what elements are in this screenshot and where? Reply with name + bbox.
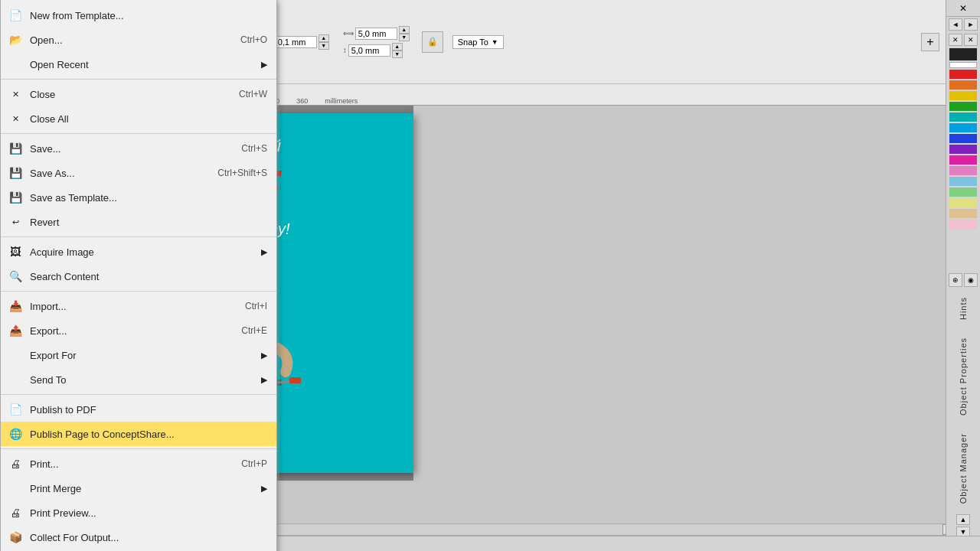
nudge-down[interactable]: ▼ (318, 42, 329, 50)
swatch-teal[interactable] (949, 112, 977, 122)
export-shortcut: Ctrl+E (241, 325, 267, 336)
swatch-yellow[interactable] (949, 91, 977, 100)
file-menu: 📄 New from Template... 📂 Open... Ctrl+O … (0, 0, 277, 551)
open-recent-icon (7, 56, 24, 73)
hints-icons: ✕ ✕ (946, 32, 980, 47)
send-to-icon (7, 371, 24, 388)
print-label: Print... (30, 458, 226, 470)
right-panel: ✕ ◄ ► ✕ ✕ ⊕ ◉ Hints Object (946, 0, 980, 551)
nudge-up[interactable]: ▲ (318, 34, 329, 42)
revert-label: Revert (30, 217, 267, 228)
publish-page-icon: 🌐 (7, 425, 24, 442)
menu-item-new-from-template[interactable]: 📄 New from Template... (1, 3, 276, 28)
collect-for-output-label: Collect For Output... (30, 532, 267, 543)
menu-item-send-to[interactable]: Send To ▶ (1, 367, 276, 392)
swatch-orange[interactable] (949, 80, 977, 90)
swatch-black[interactable] (949, 48, 977, 60)
snap-to-label: Snap To (458, 37, 488, 47)
swatch-white[interactable] (949, 62, 977, 68)
menu-item-export-for[interactable]: Export For ▶ (1, 343, 276, 367)
menu-item-open[interactable]: 📂 Open... Ctrl+O (1, 28, 276, 52)
panel-left-arrow[interactable]: ◄ (949, 18, 962, 31)
swatch-blue[interactable] (949, 134, 977, 143)
panel-right-arrow[interactable]: ► (964, 18, 978, 31)
divider-1 (1, 79, 276, 80)
ruler-unit: millimeters (325, 97, 358, 105)
divider-2 (1, 133, 276, 134)
hints-x2-icon[interactable]: ✕ (964, 34, 978, 46)
import-icon: 📥 (7, 298, 24, 315)
open-icon: 📂 (7, 31, 24, 48)
h-up[interactable]: ▲ (392, 43, 403, 51)
menu-item-acquire-image[interactable]: 🖼 Acquire Image ▶ (1, 240, 276, 264)
menu-item-save-as-template[interactable]: 💾 Save as Template... (1, 185, 276, 210)
w-up[interactable]: ▲ (399, 26, 410, 34)
save-as-template-icon: 💾 (7, 189, 24, 206)
svg-rect-12 (289, 377, 301, 383)
menu-item-publish-to-pdf[interactable]: 📄 Publish to PDF (1, 397, 276, 422)
divider-5 (1, 394, 276, 395)
menu-item-close-all[interactable]: ✕ Close All (1, 106, 276, 131)
divider-4 (1, 291, 276, 292)
save-as-shortcut: Ctrl+Shift+S (217, 168, 267, 178)
menu-item-open-recent[interactable]: Open Recent ▶ (1, 52, 276, 77)
panel-scroll-up[interactable]: ▲ (956, 514, 970, 525)
menu-item-revert[interactable]: ↩ Revert (1, 210, 276, 234)
send-to-arrow: ▶ (261, 375, 267, 385)
menu-item-publish-page[interactable]: 🌐 Publish Page to ConceptShare... (1, 422, 276, 446)
color-mix-icon[interactable]: ⊕ (949, 273, 962, 287)
swatch-red[interactable] (949, 70, 977, 79)
menu-item-import[interactable]: 📥 Import... Ctrl+I (1, 294, 276, 318)
panel-nav: ◄ ► (946, 17, 980, 32)
swatch-green[interactable] (949, 102, 977, 111)
snap-to-area[interactable]: Snap To ▼ (452, 35, 504, 49)
menu-item-print-preview[interactable]: 🖨 Print Preview... (1, 500, 276, 525)
add-btn[interactable]: + (921, 33, 939, 51)
hints-x-icon[interactable]: ✕ (949, 34, 962, 46)
new-from-template-icon: 📄 (7, 7, 24, 24)
menu-item-print-merge[interactable]: Print Merge ▶ (1, 476, 276, 500)
export-label: Export... (30, 325, 226, 337)
w-input[interactable] (355, 28, 397, 40)
menu-item-save[interactable]: 💾 Save... Ctrl+S (1, 136, 276, 161)
w-down[interactable]: ▼ (399, 34, 410, 41)
menu-item-print[interactable]: 🖨 Print... Ctrl+P (1, 452, 276, 476)
swatch-lightgreen[interactable] (949, 187, 977, 197)
menu-item-save-as[interactable]: 💾 Save As... Ctrl+Shift+S (1, 161, 276, 185)
w-label: ⟺ (343, 29, 354, 37)
bottom-panel-icons: ⊕ ◉ (946, 272, 980, 289)
h-input[interactable] (348, 44, 390, 57)
acquire-image-label: Acquire Image (30, 246, 261, 258)
swatch-lightyellow[interactable] (949, 198, 977, 207)
print-merge-label: Print Merge (30, 483, 261, 494)
swatch-lightblue[interactable] (949, 177, 977, 186)
collect-for-output-icon: 📦 (7, 529, 24, 546)
snap-btn[interactable]: 🔒 (422, 31, 443, 53)
menu-item-collect-for-output[interactable]: 📦 Collect For Output... (1, 525, 276, 549)
swatch-lightpink[interactable] (949, 220, 977, 229)
acquire-image-icon: 🖼 (7, 243, 24, 260)
menu-item-export[interactable]: 📤 Export... Ctrl+E (1, 318, 276, 343)
swatch-cyan[interactable] (949, 123, 977, 132)
publish-to-pdf-icon: 📄 (7, 401, 24, 418)
swatch-skin[interactable] (949, 209, 977, 218)
object-props-vertical-label: Object Properties (959, 337, 968, 416)
menu-item-close[interactable]: ✕ Close Ctrl+W (1, 82, 276, 106)
swatch-purple[interactable] (949, 145, 977, 154)
print-preview-label: Print Preview... (30, 507, 267, 519)
menu-item-search-content[interactable]: 🔍 Search Content (1, 264, 276, 289)
export-for-icon (7, 347, 24, 364)
print-shortcut: Ctrl+P (241, 458, 267, 469)
open-shortcut: Ctrl+O (240, 34, 267, 45)
publish-page-label: Publish Page to ConceptShare... (30, 429, 267, 440)
h-down[interactable]: ▼ (392, 51, 403, 58)
swatch-magenta[interactable] (949, 155, 977, 165)
panel-close-btn[interactable]: ✕ (946, 0, 980, 17)
color-eye-icon[interactable]: ◉ (964, 273, 978, 287)
export-for-label: Export For (30, 350, 261, 361)
ruler-mark: 360 (296, 97, 308, 105)
close-shortcut: Ctrl+W (239, 89, 267, 99)
swatch-pink[interactable] (949, 166, 977, 175)
nudge-input[interactable] (275, 36, 317, 48)
print-icon: 🖨 (7, 455, 24, 472)
